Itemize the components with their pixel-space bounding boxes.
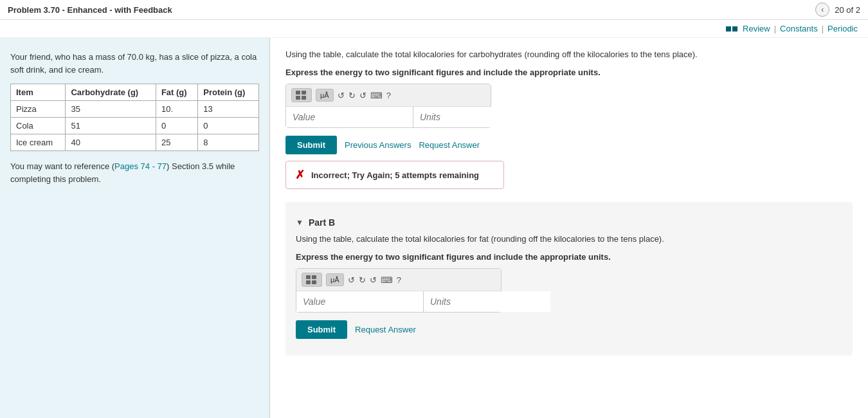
part-b-undo-button[interactable]: ↺ — [348, 275, 355, 285]
svg-rect-4 — [306, 275, 311, 279]
reset-button[interactable]: ↺ — [359, 91, 366, 100]
svg-rect-1 — [302, 91, 306, 95]
col-fat: Fat (g) — [156, 84, 197, 101]
part-a-actions: Submit Previous Answers Request Answer — [285, 136, 853, 154]
feedback-text: Incorrect; Try Again; 5 attempts remaini… — [311, 170, 479, 180]
prev-arrow[interactable]: ‹ — [815, 3, 829, 17]
reference-text: You may want to reference (Pages 74 - 77… — [10, 160, 259, 185]
col-carb: Carbohydrate (g) — [66, 84, 156, 101]
part-b-keyboard-button[interactable]: ⌨ — [381, 275, 393, 285]
svg-rect-2 — [296, 96, 300, 100]
page-title: Problem 3.70 - Enhanced - with Feedback — [8, 5, 172, 15]
periodic-link[interactable]: Periodic — [827, 24, 858, 33]
table-row: Cola 51 0 0 — [11, 118, 259, 134]
svg-rect-6 — [306, 280, 311, 284]
col-protein: Protein (g) — [198, 84, 259, 101]
part-a-submit-button[interactable]: Submit — [285, 136, 337, 154]
col-item: Item — [11, 84, 66, 101]
svg-rect-7 — [312, 280, 316, 284]
part-a-instruction: Express the energy to two significant fi… — [285, 66, 853, 79]
part-b-header[interactable]: ▼ Part B — [296, 212, 842, 233]
previous-answers-link[interactable]: Previous Answers — [345, 140, 411, 150]
part-a-question: Using the table, calculate the total kil… — [285, 48, 853, 61]
part-b-actions: Submit Request Answer — [296, 320, 842, 339]
page-count: 20 of 2 — [835, 5, 860, 15]
part-b-toolbar: μÅ ↺ ↻ ↺ ⌨ ? — [296, 269, 501, 291]
part-a-units-input[interactable] — [413, 107, 540, 127]
part-b-submit-button[interactable]: Submit — [296, 320, 347, 339]
part-b-greek-label: μÅ — [330, 276, 339, 284]
svg-rect-0 — [296, 91, 300, 95]
undo-button[interactable]: ↺ — [338, 91, 345, 100]
matrix-icon — [296, 91, 307, 100]
help-button[interactable]: ? — [386, 91, 391, 100]
keyboard-button[interactable]: ⌨ — [370, 91, 383, 100]
svg-rect-3 — [302, 96, 306, 100]
matrix-button[interactable] — [291, 88, 312, 102]
feedback-box: ✗ Incorrect; Try Again; 5 attempts remai… — [285, 161, 504, 189]
review-link[interactable]: Review — [743, 24, 770, 33]
request-answer-link-b[interactable]: Request Answer — [355, 325, 416, 334]
part-a-inputs — [286, 107, 491, 127]
table-row: Pizza 35 10. 13 — [11, 101, 259, 118]
incorrect-icon: ✗ — [295, 168, 305, 182]
part-b-inputs — [296, 291, 501, 312]
table-row: Ice cream 40 25 8 — [11, 134, 259, 151]
part-b-instruction: Express the energy to two significant fi… — [296, 251, 842, 264]
review-icon — [726, 26, 737, 32]
svg-rect-5 — [312, 275, 316, 279]
part-b-matrix-button[interactable] — [302, 273, 322, 287]
constants-link[interactable]: Constants — [780, 24, 818, 33]
intro-text: Your friend, who has a mass of 70.0 kg, … — [10, 51, 259, 76]
part-b-answer-box: μÅ ↺ ↻ ↺ ⌨ ? — [296, 268, 502, 313]
part-b-question: Using the table, calculate the total kil… — [296, 233, 842, 246]
reference-link[interactable]: Pages 74 - 77 — [114, 161, 167, 171]
part-b-matrix-icon — [306, 275, 318, 284]
part-a-value-input[interactable] — [286, 107, 413, 127]
part-b-label: Part B — [309, 217, 335, 228]
part-a-section: Using the table, calculate the total kil… — [285, 48, 853, 189]
left-panel: Your friend, who has a mass of 70.0 kg, … — [0, 38, 270, 418]
request-answer-link-a[interactable]: Request Answer — [419, 140, 480, 150]
redo-button[interactable]: ↻ — [348, 91, 356, 100]
part-b-section: ▼ Part B Using the table, calculate the … — [285, 202, 853, 356]
part-b-redo-button[interactable]: ↻ — [359, 275, 366, 285]
part-b-greek-button[interactable]: μÅ — [326, 273, 344, 286]
part-a-answer-box: μÅ ↺ ↻ ↺ ⌨ ? — [285, 84, 491, 128]
part-b-units-input[interactable] — [424, 291, 550, 312]
nutrition-table: Item Carbohydrate (g) Fat (g) Protein (g… — [10, 84, 259, 151]
greek-button[interactable]: μÅ — [316, 89, 334, 102]
part-b-reset-button[interactable]: ↺ — [370, 275, 377, 285]
part-a-toolbar: μÅ ↺ ↻ ↺ ⌨ ? — [286, 84, 491, 107]
part-b-value-input[interactable] — [296, 291, 424, 312]
links-bar: Review | Constants | Periodic — [0, 20, 868, 38]
right-panel: Using the table, calculate the total kil… — [270, 38, 868, 418]
part-b-arrow: ▼ — [296, 218, 303, 227]
part-b-help-button[interactable]: ? — [397, 275, 401, 285]
greek-label: μÅ — [320, 91, 329, 99]
